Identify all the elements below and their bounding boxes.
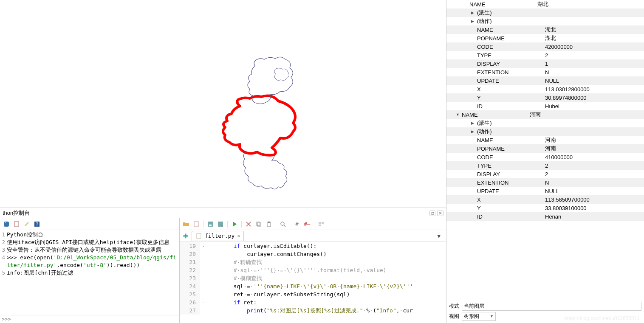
attr-row[interactable]: UPDATENULL bbox=[446, 76, 644, 85]
attr-row[interactable]: Y30.89974800000 bbox=[446, 93, 644, 102]
attr-row[interactable]: EXTENTIONN bbox=[446, 68, 644, 76]
attr-row[interactable]: NAME湖北 bbox=[446, 25, 644, 34]
code-line: 24 sql·=·'''{name}·LIKE·\'{v}\'·OR·{name… bbox=[180, 282, 446, 290]
code-line: 23 #·模糊查找 bbox=[180, 274, 446, 282]
view-dropdown[interactable]: 树形图 ▼ bbox=[462, 312, 496, 321]
console-line: 1Python控制台 bbox=[0, 231, 179, 239]
mode-dropdown[interactable]: 当前图层 bbox=[462, 302, 641, 311]
attr-row[interactable]: X113.58509700000 bbox=[446, 195, 644, 204]
file-tab-label: filter.py bbox=[205, 233, 234, 239]
file-tab-filter[interactable]: filter.py ✕ bbox=[192, 231, 244, 241]
console-line: 2使用iface访问QGIS API接口或键入help(iface)获取更多信息 bbox=[0, 239, 179, 246]
tab-overflow-icon[interactable]: ▼ bbox=[436, 233, 442, 239]
attr-header-henan[interactable]: ▼NAME河南 bbox=[446, 110, 644, 119]
clear-icon[interactable] bbox=[12, 220, 21, 228]
svg-rect-7 bbox=[209, 225, 212, 226]
attr-row[interactable]: X113.03012800000 bbox=[446, 85, 644, 93]
svg-rect-0 bbox=[4, 222, 9, 227]
code-line: 26- if ret: bbox=[180, 298, 446, 306]
svg-text:?: ? bbox=[36, 222, 38, 227]
console-title-bar: thon控制台 ⧉ ✕ bbox=[0, 208, 446, 218]
view-label: 视图 bbox=[449, 313, 459, 320]
svg-rect-9 bbox=[257, 222, 260, 225]
attr-row[interactable]: CODE410000000 bbox=[446, 153, 644, 161]
svg-rect-14 bbox=[319, 222, 321, 224]
attr-actions[interactable]: ▶(动作) bbox=[446, 17, 644, 25]
run-icon[interactable] bbox=[230, 220, 239, 228]
svg-rect-5 bbox=[194, 222, 198, 227]
attr-row[interactable]: DISPLAY2 bbox=[446, 170, 644, 178]
feature-inner-ring bbox=[274, 68, 289, 81]
console-toolbar: ? bbox=[0, 218, 179, 230]
feature-henan[interactable] bbox=[223, 96, 295, 155]
console-line: 4>>> exec(open('D:/01_WorkSpace/05_Data/… bbox=[0, 254, 179, 269]
svg-rect-12 bbox=[268, 222, 270, 223]
attr-row[interactable]: Y33.80039100000 bbox=[446, 204, 644, 212]
console-close-icon[interactable]: ✕ bbox=[437, 211, 443, 216]
console-line: 3安全警告：从不受信任的源键入命令可能会导致数据丢失或泄露 bbox=[0, 246, 179, 254]
chevron-down-icon: ▼ bbox=[490, 314, 494, 318]
identify-footer: 模式 当前图层 视图 树形图 ▼ https://blog.csdn.net/u… bbox=[446, 299, 644, 323]
code-line: 27 print("%s:对图层[%s]按照[%s]过滤完成."·%·("Inf… bbox=[180, 306, 446, 315]
attr-row[interactable]: POPNAME河南 bbox=[446, 144, 644, 153]
file-tabs: ✚ filter.py ✕ ▼ bbox=[180, 230, 446, 242]
svg-rect-16 bbox=[319, 225, 321, 226]
copy-icon[interactable] bbox=[254, 220, 263, 228]
attr-row[interactable]: UPDATENULL bbox=[446, 187, 644, 195]
attribute-tree[interactable]: NAME湖北▶(派生)▶(动作)NAME湖北POPNAME湖北CODE42000… bbox=[446, 0, 644, 299]
attr-row[interactable]: TYPE2 bbox=[446, 51, 644, 59]
file-icon bbox=[195, 233, 202, 239]
code-line: 22 #·sql·=·'''{}·=·\'{}\''''.format(fiel… bbox=[180, 266, 446, 274]
python-icon[interactable] bbox=[2, 220, 11, 228]
code-line: 19- if curlayer.isEditable(): bbox=[180, 242, 446, 250]
svg-rect-2 bbox=[14, 222, 19, 227]
uncomment-icon[interactable]: #̶ bbox=[303, 220, 311, 228]
code-line: 21 #·精确查找 bbox=[180, 258, 446, 266]
editor-toolbar: # #̶ bbox=[180, 218, 446, 230]
attr-row[interactable]: EXTENTIONN bbox=[446, 178, 644, 187]
attr-row[interactable]: DISPLAY1 bbox=[446, 59, 644, 68]
attr-header-hubei[interactable]: NAME湖北 bbox=[446, 0, 644, 8]
console-title: thon控制台 bbox=[3, 209, 30, 217]
svg-rect-15 bbox=[322, 222, 324, 224]
code-line: 25 ret·=·curlayer.setSubsetString(sql) bbox=[180, 290, 446, 298]
attr-row[interactable]: IDHubei bbox=[446, 102, 644, 110]
watermark: https://blog.csdn.net/u012655811 bbox=[565, 315, 640, 321]
attr-row[interactable]: NAME河南 bbox=[446, 136, 644, 144]
new-file-icon[interactable] bbox=[192, 220, 201, 228]
object-inspector-icon[interactable] bbox=[317, 220, 325, 228]
code-editor[interactable]: 19- if curlayer.isEditable():20 curlayer… bbox=[180, 242, 446, 323]
console-prompt[interactable]: >>> bbox=[0, 315, 179, 323]
add-tab-button[interactable]: ✚ bbox=[181, 233, 190, 239]
attr-row[interactable]: IDHenan bbox=[446, 212, 644, 221]
attr-derived[interactable]: ▶(派生) bbox=[446, 119, 644, 127]
console-output[interactable]: 1Python控制台2使用iface访问QGIS API接口或键入help(if… bbox=[0, 230, 179, 315]
open-file-icon[interactable] bbox=[182, 220, 190, 228]
attr-row[interactable]: TYPE2 bbox=[446, 161, 644, 170]
cut-icon[interactable] bbox=[244, 220, 253, 228]
mode-label: 模式 bbox=[449, 303, 459, 310]
close-tab-icon[interactable]: ✕ bbox=[237, 233, 240, 239]
search-icon[interactable] bbox=[279, 220, 287, 228]
feature-lower-outline[interactable] bbox=[243, 152, 287, 189]
attr-row[interactable]: POPNAME湖北 bbox=[446, 34, 644, 42]
code-line: 20 curlayer.commitChanges() bbox=[180, 250, 446, 258]
comment-icon[interactable]: # bbox=[293, 220, 301, 228]
attr-actions[interactable]: ▶(动作) bbox=[446, 127, 644, 136]
help-icon[interactable]: ? bbox=[33, 220, 41, 228]
svg-rect-10 bbox=[257, 223, 261, 226]
attr-row[interactable]: CODE420000000 bbox=[446, 42, 644, 51]
console-line: 5Info:图层[chn]开始过滤 bbox=[0, 269, 179, 277]
save-icon[interactable] bbox=[206, 220, 215, 228]
settings-icon[interactable] bbox=[23, 220, 31, 228]
svg-point-1 bbox=[5, 222, 6, 223]
paste-icon[interactable] bbox=[265, 220, 273, 228]
svg-point-13 bbox=[281, 222, 284, 225]
map-canvas[interactable] bbox=[0, 0, 446, 208]
console-undock-icon[interactable]: ⧉ bbox=[429, 211, 435, 216]
save-as-icon[interactable] bbox=[216, 220, 225, 228]
attr-derived[interactable]: ▶(派生) bbox=[446, 8, 644, 17]
svg-rect-17 bbox=[197, 233, 201, 239]
